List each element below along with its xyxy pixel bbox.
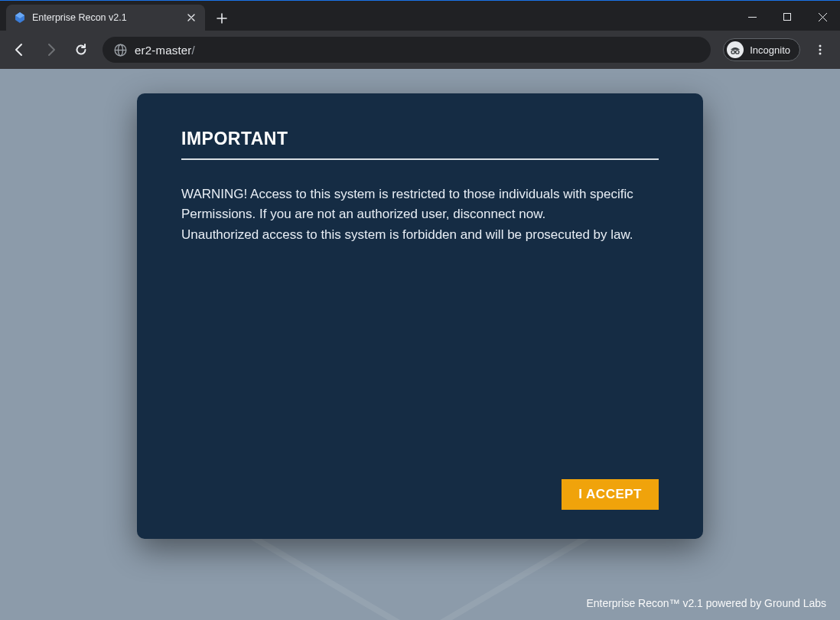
tab-strip: Enterprise Recon v2.1	[0, 5, 233, 31]
url-text: er2-master/	[135, 44, 195, 57]
svg-point-9	[819, 53, 822, 55]
nav-back-button[interactable]	[6, 36, 34, 64]
dialog-body-text: WARNING! Access to this system is restri…	[181, 184, 659, 479]
svg-point-7	[819, 45, 822, 47]
incognito-label: Incognito	[750, 44, 790, 56]
svg-rect-2	[784, 14, 791, 21]
window-controls	[734, 5, 840, 31]
incognito-badge[interactable]: Incognito	[723, 38, 800, 61]
tab-close-button[interactable]	[185, 11, 197, 24]
url-path: /	[192, 44, 195, 57]
incognito-icon	[727, 41, 744, 58]
svg-point-6	[736, 51, 739, 54]
tab-title: Enterprise Recon v2.1	[32, 12, 179, 23]
site-info-icon[interactable]	[113, 43, 127, 57]
browser-titlebar: Enterprise Recon v2.1	[0, 0, 840, 31]
dialog-heading: IMPORTANT	[181, 129, 659, 160]
page-content: IMPORTANT WARNING! Access to this system…	[0, 69, 840, 620]
nav-forward-button[interactable]	[37, 36, 64, 64]
page-footer-text: Enterprise Recon™ v2.1 powered by Ground…	[586, 597, 826, 609]
browser-menu-button[interactable]	[806, 36, 834, 64]
svg-point-5	[731, 51, 734, 54]
address-bar[interactable]: er2-master/	[103, 37, 711, 63]
tab-favicon-icon	[14, 11, 26, 24]
nav-reload-button[interactable]	[67, 36, 95, 64]
new-tab-button[interactable]	[211, 8, 233, 29]
warning-dialog: IMPORTANT WARNING! Access to this system…	[137, 93, 703, 539]
browser-tab[interactable]: Enterprise Recon v2.1	[6, 5, 205, 31]
accept-button[interactable]: I ACCEPT	[562, 479, 659, 510]
window-maximize-button[interactable]	[770, 5, 805, 29]
window-close-button[interactable]	[805, 5, 840, 29]
browser-toolbar: er2-master/ Incognito	[0, 31, 840, 69]
url-host: er2-master	[135, 44, 192, 57]
svg-point-8	[819, 49, 822, 51]
dialog-footer: I ACCEPT	[181, 479, 659, 510]
window-minimize-button[interactable]	[734, 5, 770, 29]
